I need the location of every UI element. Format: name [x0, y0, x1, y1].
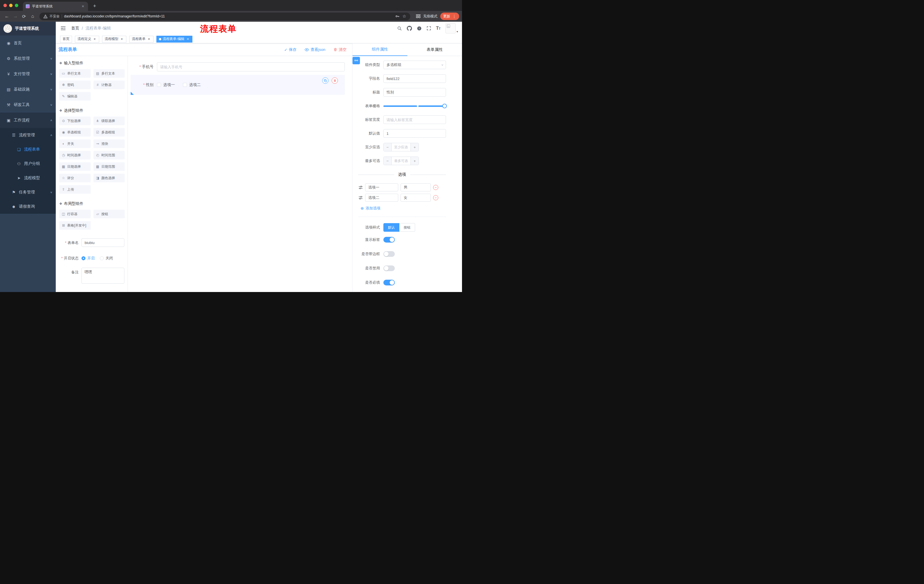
option-value-input[interactable]	[401, 183, 431, 191]
toggle-required[interactable]	[383, 280, 395, 285]
min-select-placeholder[interactable]: 至少应选	[392, 143, 411, 151]
tag-item[interactable]: 首页	[60, 36, 72, 43]
palette-item-counter[interactable]: #计数器	[94, 81, 125, 89]
toggle-show-label[interactable]	[383, 237, 395, 243]
home-button[interactable]: ⌂	[29, 12, 36, 20]
sidebar-item-user-group[interactable]: ⚇用户分组	[0, 156, 56, 171]
view-json-button[interactable]: 查看json	[304, 47, 325, 52]
drag-handle-icon[interactable]	[358, 186, 363, 189]
remove-option-button[interactable]: −	[433, 195, 438, 200]
form-remark-textarea[interactable]: 嘿嘿	[81, 268, 124, 284]
sidebar-item-task-mgmt[interactable]: ⚑任务管理∨	[0, 185, 56, 199]
sidebar-item-process-form[interactable]: ❏流程表单	[0, 142, 56, 156]
link-collapse-handle[interactable]: ⚯	[353, 57, 360, 64]
max-select-placeholder[interactable]: 最多可选	[392, 157, 411, 165]
palette-item-table[interactable]: ⊞表格[开发中]	[59, 221, 91, 230]
decrease-button[interactable]: −	[384, 157, 392, 165]
back-button[interactable]: ←	[3, 12, 11, 20]
palette-item-row-container[interactable]: ◫行容器	[59, 210, 91, 218]
palette-item-switch[interactable]: ◐开关	[59, 140, 91, 148]
palette-item-editor[interactable]: ✎编辑器	[59, 92, 91, 100]
palette-item-multi-text[interactable]: ▤多行文本	[94, 69, 125, 78]
hamburger-icon[interactable]	[60, 25, 67, 32]
browser-tab[interactable]: 芋道管理系统 ×	[23, 2, 88, 11]
user-menu[interactable]: ▾	[446, 23, 458, 33]
phone-input[interactable]	[157, 62, 345, 71]
increase-button[interactable]: +	[411, 143, 419, 151]
checkbox-option[interactable]: 选项二	[183, 82, 201, 87]
clear-button[interactable]: 清空	[333, 47, 346, 52]
sidebar-item-workflow[interactable]: ▣工作流程∧	[0, 113, 56, 128]
palette-item-upload[interactable]: ⇧上传	[59, 185, 91, 194]
component-type-select[interactable]: 多选框组 ∨	[383, 61, 446, 69]
sidebar-item-process-model[interactable]: ➤流程模型	[0, 171, 56, 185]
font-size-icon[interactable]: TT	[436, 26, 441, 31]
tag-close-icon[interactable]: ×	[186, 37, 190, 41]
status-off-radio[interactable]: 关闭	[100, 256, 113, 261]
default-value-input[interactable]	[383, 129, 446, 138]
breadcrumb-home[interactable]: 首页	[71, 26, 79, 31]
sidebar-item-process-mgmt[interactable]: ☰流程管理∧	[0, 128, 56, 142]
title-input[interactable]	[383, 88, 446, 97]
tab-close-icon[interactable]: ×	[81, 4, 85, 8]
search-icon[interactable]	[397, 26, 402, 31]
save-button[interactable]: ✓ 保存	[284, 47, 297, 52]
sidebar-item-infra[interactable]: ▤基础设施∨	[0, 82, 56, 97]
palette-item-button[interactable]: ▱按钮	[94, 210, 125, 218]
toggle-disabled[interactable]	[383, 265, 395, 271]
tag-close-icon[interactable]: ×	[120, 37, 124, 41]
minimize-window-button[interactable]	[9, 4, 13, 7]
forward-button[interactable]: →	[12, 12, 20, 20]
sidebar-logo[interactable]: 芋道管理系统	[0, 22, 56, 35]
toggle-bordered[interactable]	[383, 251, 395, 257]
sidebar-item-dev[interactable]: ⚒研发工具∨	[0, 97, 56, 113]
tab-form-props[interactable]: 表单属性	[408, 43, 462, 56]
grid-slider[interactable]	[383, 102, 446, 110]
sidebar-item-home[interactable]: ◉首页	[0, 35, 56, 51]
option-label-input[interactable]	[365, 194, 398, 202]
style-option-default[interactable]: 默认	[383, 223, 399, 232]
tab-component-props[interactable]: 组件属性	[353, 43, 408, 56]
increase-button[interactable]: +	[411, 157, 419, 165]
option-label-input[interactable]	[365, 183, 398, 191]
tag-close-icon[interactable]: ×	[92, 37, 97, 41]
palette-item-single-text[interactable]: ▭单行文本	[59, 69, 91, 78]
remove-option-button[interactable]: −	[433, 185, 438, 190]
help-icon[interactable]: ?	[417, 26, 422, 31]
style-option-button[interactable]: 按钮	[399, 223, 415, 232]
palette-item-select[interactable]: ⊙下拉选择	[59, 117, 91, 125]
tag-item[interactable]: 流程表单×	[129, 36, 153, 43]
copy-item-button[interactable]	[322, 77, 328, 84]
palette-item-color-picker[interactable]: ◨颜色选择	[94, 174, 125, 182]
canvas-item-gender-selected[interactable]: 性别 选项一选项二	[130, 75, 345, 95]
add-option-button[interactable]: ⊕ 添加选项	[358, 206, 446, 211]
address-bar[interactable]: 不安全 dashboard.yudao.iocoder.cn/bpm/manag…	[40, 13, 410, 20]
sidebar-item-leave-query[interactable]: ☻请假查询	[0, 199, 56, 214]
status-on-radio[interactable]: 开启	[81, 256, 95, 261]
palette-item-radio-group[interactable]: ◉单选框组	[59, 128, 91, 137]
palette-item-date-picker[interactable]: ▦日期选择	[59, 162, 91, 171]
maximize-window-button[interactable]	[15, 4, 18, 7]
palette-item-cascader[interactable]: ⋔级联选择	[94, 117, 125, 125]
tag-active[interactable]: 流程表单-编辑×	[157, 36, 192, 43]
drag-handle-icon[interactable]	[358, 196, 363, 200]
slider-handle[interactable]	[442, 104, 447, 108]
new-tab-button[interactable]: +	[91, 2, 98, 10]
palette-item-time-range[interactable]: ◴时间范围	[94, 151, 125, 160]
close-window-button[interactable]	[3, 4, 7, 7]
decrease-button[interactable]: −	[384, 143, 392, 151]
bookmark-star-icon[interactable]: ☆	[403, 14, 406, 19]
tag-item[interactable]: 流程定义×	[75, 36, 99, 43]
slider-track[interactable]	[383, 105, 446, 107]
reload-button[interactable]: ⟳	[20, 12, 28, 20]
tag-item[interactable]: 流程模型×	[102, 36, 126, 43]
canvas-item-phone[interactable]: 手机号	[130, 60, 345, 74]
checkbox-option[interactable]: 选项一	[157, 82, 175, 87]
palette-item-rate[interactable]: ☆评分	[59, 174, 91, 182]
tag-close-icon[interactable]: ×	[147, 37, 151, 41]
palette-item-time-picker[interactable]: ◷时间选择	[59, 151, 91, 160]
delete-item-button[interactable]	[332, 77, 338, 84]
field-name-input[interactable]	[383, 74, 446, 83]
palette-item-date-range[interactable]: ▩日期范围	[94, 162, 125, 171]
palette-item-checkbox-group[interactable]: ☑多选框组	[94, 128, 125, 137]
